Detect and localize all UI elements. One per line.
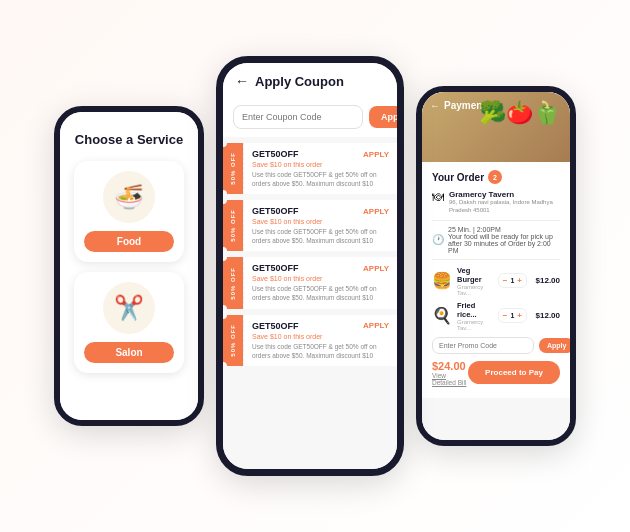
coupon-item: 50% OFF GET50OFF APPLY Save $10 on this … xyxy=(223,315,397,366)
coupon-description: Use this code GET50OFF & get 50% off on … xyxy=(252,284,389,302)
coupon-code: GET50OFF xyxy=(252,321,299,331)
coupon-item: 50% OFF GET50OFF APPLY Save $10 on this … xyxy=(223,257,397,308)
item-price: $12.00 xyxy=(532,311,560,320)
delivery-info: 🕐 25 Min. | 2:00PM Your food will be rea… xyxy=(432,226,560,260)
order-count-badge: 2 xyxy=(488,170,502,184)
coupon-item: 50% OFF GET50OFF APPLY Save $10 on this … xyxy=(223,143,397,194)
payment-header: ← Payment xyxy=(430,100,486,111)
food-service-card[interactable]: 🍜 Food xyxy=(74,161,184,262)
restaurant-icon: 🍽 xyxy=(432,190,444,204)
coupon-save-text: Save $10 on this order xyxy=(252,218,389,225)
coupon-list: 50% OFF GET50OFF APPLY Save $10 on this … xyxy=(223,137,397,378)
promo-code-input[interactable] xyxy=(432,337,534,354)
choose-service-title: Choose a Service xyxy=(75,132,183,147)
salon-service-card[interactable]: ✂️ Salon xyxy=(74,272,184,373)
coupon-code: GET50OFF xyxy=(252,206,299,216)
coupon-code: GET50OFF xyxy=(252,149,299,159)
coupon-save-text: Save $10 on this order xyxy=(252,275,389,282)
payment-hero: ← Payment 🥦🍅🫑 xyxy=(422,92,570,162)
item-quantity: 1 xyxy=(510,312,514,319)
coupon-discount-label: 50% OFF xyxy=(230,324,236,357)
total-row: $24.00 View Detailed Bill Proceed to Pay xyxy=(432,360,560,386)
item-qty-control: − 1 + xyxy=(498,273,527,288)
item-name: Fried rice... xyxy=(457,301,493,319)
middle-phone: ← Apply Coupon Apply 50% OFF GET50OFF AP… xyxy=(216,56,404,476)
item-qty-control: − 1 + xyxy=(498,308,527,323)
qty-decrease-button[interactable]: − xyxy=(503,276,508,285)
coupon-body: GET50OFF APPLY Save $10 on this order Us… xyxy=(243,315,397,366)
qty-decrease-button[interactable]: − xyxy=(503,311,508,320)
order-item: 🍳 Fried rice... Gramercy Tav... − 1 + $1… xyxy=(432,301,560,331)
coupon-back-button[interactable]: ← xyxy=(235,73,249,89)
delivery-note: Your food will be ready for pick up afte… xyxy=(448,233,560,254)
scene: Choose a Service 🍜 Food ✂️ Salon ← Apply… xyxy=(0,0,630,532)
coupon-save-text: Save $10 on this order xyxy=(252,161,389,168)
delivery-time: 25 Min. | 2:00PM xyxy=(448,226,560,233)
clock-icon: 🕐 xyxy=(432,234,444,245)
salon-icon: ✂️ xyxy=(103,282,155,334)
coupon-apply-button[interactable]: Apply xyxy=(369,106,397,128)
view-bill-link[interactable]: View Detailed Bill xyxy=(432,372,468,386)
item-sub: Gramercy Tav... xyxy=(457,319,493,331)
coupon-header: ← Apply Coupon xyxy=(223,63,397,97)
item-price: $12.00 xyxy=(532,276,560,285)
proceed-to-pay-button[interactable]: Proceed to Pay xyxy=(468,361,560,384)
promo-row: Apply xyxy=(432,337,560,354)
coupon-item: 50% OFF GET50OFF APPLY Save $10 on this … xyxy=(223,200,397,251)
coupon-item-apply-button[interactable]: APPLY xyxy=(363,264,389,273)
total-amount: $24.00 xyxy=(432,360,468,372)
order-items: 🍔 Veg Burger Gramercy Tav... − 1 + $12.0… xyxy=(432,266,560,331)
coupon-item-apply-button[interactable]: APPLY xyxy=(363,207,389,216)
order-item: 🍔 Veg Burger Gramercy Tav... − 1 + $12.0… xyxy=(432,266,560,296)
item-emoji: 🍳 xyxy=(432,306,452,325)
qty-increase-button[interactable]: + xyxy=(517,311,522,320)
your-order-title: Your Order 2 xyxy=(432,170,560,184)
salon-button[interactable]: Salon xyxy=(84,342,174,363)
coupon-side: 50% OFF xyxy=(223,143,243,194)
coupon-discount-label: 50% OFF xyxy=(230,267,236,300)
left-phone: Choose a Service 🍜 Food ✂️ Salon xyxy=(54,106,204,426)
restaurant-address: 96, Daksh navi palasia, Indore Madhya Pr… xyxy=(449,199,560,215)
coupon-side: 50% OFF xyxy=(223,315,243,366)
coupon-save-text: Save $10 on this order xyxy=(252,333,389,340)
qty-increase-button[interactable]: + xyxy=(517,276,522,285)
coupon-title: Apply Coupon xyxy=(255,74,344,89)
coupon-description: Use this code GET50OFF & get 50% off on … xyxy=(252,227,389,245)
food-button[interactable]: Food xyxy=(84,231,174,252)
coupon-code-input[interactable] xyxy=(233,105,363,129)
coupon-discount-label: 50% OFF xyxy=(230,152,236,185)
food-icon: 🍜 xyxy=(103,171,155,223)
restaurant-info: 🍽 Gramercy Tavern 96, Daksh navi palasia… xyxy=(432,190,560,221)
coupon-body: GET50OFF APPLY Save $10 on this order Us… xyxy=(243,200,397,251)
restaurant-name: Gramercy Tavern xyxy=(449,190,560,199)
coupon-side: 50% OFF xyxy=(223,200,243,251)
coupon-description: Use this code GET50OFF & get 50% off on … xyxy=(252,170,389,188)
item-name: Veg Burger xyxy=(457,266,493,284)
coupon-side: 50% OFF xyxy=(223,257,243,308)
item-quantity: 1 xyxy=(510,277,514,284)
coupon-discount-label: 50% OFF xyxy=(230,209,236,242)
coupon-description: Use this code GET50OFF & get 50% off on … xyxy=(252,342,389,360)
right-phone: ← Payment 🥦🍅🫑 Your Order 2 🍽 Gramercy Ta… xyxy=(416,86,576,446)
payment-back-button[interactable]: ← xyxy=(430,100,440,111)
coupon-item-apply-button[interactable]: APPLY xyxy=(363,150,389,159)
item-info: Fried rice... Gramercy Tav... xyxy=(457,301,493,331)
item-emoji: 🍔 xyxy=(432,271,452,290)
hero-food-icons: 🥦🍅🫑 xyxy=(479,100,560,126)
coupon-input-row: Apply xyxy=(223,97,397,137)
coupon-item-apply-button[interactable]: APPLY xyxy=(363,321,389,330)
item-info: Veg Burger Gramercy Tav... xyxy=(457,266,493,296)
item-sub: Gramercy Tav... xyxy=(457,284,493,296)
coupon-body: GET50OFF APPLY Save $10 on this order Us… xyxy=(243,143,397,194)
promo-apply-button[interactable]: Apply xyxy=(539,338,570,353)
coupon-body: GET50OFF APPLY Save $10 on this order Us… xyxy=(243,257,397,308)
coupon-code: GET50OFF xyxy=(252,263,299,273)
payment-body: Your Order 2 🍽 Gramercy Tavern 96, Daksh… xyxy=(422,162,570,398)
